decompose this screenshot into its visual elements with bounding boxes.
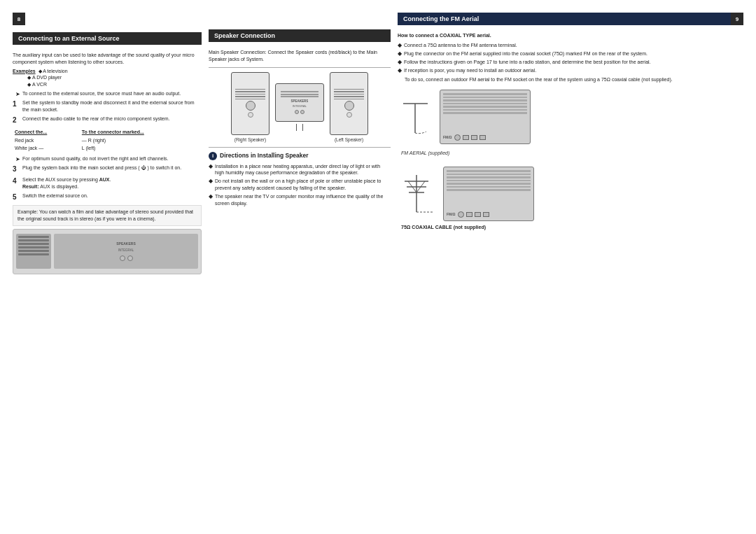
connector-row2-left: White jack —: [13, 144, 80, 153]
fm-step-2: ◆ Plug the connector on the FM aerial su…: [398, 50, 743, 57]
step5-row: 5 Switch the external source on.: [13, 192, 202, 202]
step5-text: Switch the external source on.: [22, 192, 202, 202]
section-header-external: Connecting to an External Source: [13, 32, 202, 45]
step4-text: Select the AUX source by pressing AUX. R…: [22, 176, 202, 190]
step4-row: 4 Select the AUX source by pressing AUX.…: [13, 176, 202, 190]
fm-antenna-svg: [400, 98, 431, 136]
fm-step-text-4: If reception is poor, you may need to in…: [404, 67, 536, 74]
device-inner: SPEAKERS INTE­GRAL: [13, 230, 201, 274]
section-body-speaker: Main Speaker Connection: Connect the Spe…: [209, 49, 391, 208]
direction-item-3: ◆ The speaker near the TV or computer mo…: [209, 193, 391, 207]
speaker-grille-right: [235, 89, 265, 100]
note1-text: To connect to the external source, the s…: [22, 90, 181, 98]
fm-step-text-1: Connect a 75Ω antenna to the FM antenna …: [404, 42, 517, 49]
step1-row: 1 Set the system to standby mode and dis…: [13, 99, 202, 113]
connector-header-row: Connect the... To the connector marked..…: [13, 128, 202, 136]
connector-table: Connect the... To the connector marked..…: [13, 128, 202, 153]
fm-step-1: ◆ Connect a 75Ω antenna to the FM antenn…: [398, 42, 743, 49]
page-num-left: 8: [13, 13, 25, 25]
right-speaker-box: [231, 72, 270, 135]
section-header-fm: Connecting the FM Aerial: [398, 13, 731, 25]
section-title-fm: Connecting the FM Aerial: [403, 15, 479, 22]
connector-col-right-header: To the connector marked...: [80, 128, 202, 136]
speaker-intro: Main Speaker Connection: Connect the Spe…: [209, 49, 391, 63]
connector-col-left-header: Connect the...: [13, 128, 80, 136]
fm-steps-list: ◆ Connect a 75Ω antenna to the FM antenn…: [398, 42, 743, 83]
left-speaker-label: (Left Speaker): [335, 136, 363, 143]
step2-text: Connect the audio cable to the rear of t…: [22, 115, 202, 125]
speaker-diagram: (Right Speaker) SPEAKERS INTEGRAL: [209, 72, 391, 143]
bullet-2: ◆: [209, 177, 213, 192]
fm-device-back-1: FM/Ω: [440, 90, 531, 144]
fm-device-back-2: FM/Ω: [443, 167, 534, 221]
col-mid: Speaker Connection Main Speaker Connecti…: [209, 13, 391, 527]
connector-row-1: Red jack — R (right): [13, 136, 202, 145]
section-title-speaker: Speaker Connection: [214, 32, 275, 39]
center-unit: SPEAKERS INTEGRAL: [275, 83, 324, 122]
coaxial-label: 75Ω COAXIAL CABLE (not supplied): [401, 224, 743, 231]
fm-step-text-2: Plug the connector on the FM aerial supp…: [404, 50, 648, 57]
fm-bullet-2: ◆: [398, 50, 402, 57]
outdoor-antenna-svg: [398, 171, 436, 217]
step5-num: 5: [13, 192, 20, 202]
direction-text-1: Installation in a place near heating app…: [215, 163, 391, 177]
step3-text: Plug the system back into the main socke…: [22, 164, 202, 174]
connector-row1-right: — R (right): [80, 136, 202, 145]
example-box: Example: You can watch a film and take a…: [13, 205, 202, 226]
example-box-text: Example: You can watch a film and take a…: [18, 209, 193, 221]
fm-step-text-5: To do so, connect an outdoor FM aerial t…: [398, 76, 673, 83]
connector-row1-left: Red jack: [13, 136, 80, 145]
col-left: 8 Connecting to an External Source The a…: [13, 13, 202, 527]
step4-num: 4: [13, 176, 20, 190]
connector-row2-right: L (left): [80, 144, 202, 153]
arrow-icon-1: ➤: [15, 90, 20, 98]
examples-label-text: Examples: [13, 69, 36, 73]
step1-num: 1: [13, 99, 20, 113]
divider-speaker: [209, 67, 391, 68]
speaker-grille-left: [334, 89, 363, 100]
fm-aerial-row: FM/Ω: [398, 90, 531, 144]
external-intro: The auxiliary input can be used to take …: [13, 52, 202, 66]
fm-aerial-label: FM AERIAL (supplied): [401, 150, 449, 157]
section-body-external: The auxiliary input can be used to take …: [13, 52, 202, 274]
step2-num: 2: [13, 115, 20, 125]
note2-row: ➤ For optimum sound quality, do not inve…: [13, 155, 202, 163]
right-speaker-label: (Right Speaker): [234, 136, 267, 143]
how-to-title: How to connect a COAXIAL TYPE aerial.: [398, 32, 743, 39]
speaker-woofer-left: [344, 101, 354, 111]
direction-item-1: ◆ Installation in a place near heating a…: [209, 163, 391, 177]
fm-diagram: FM/Ω FM AERIAL (supplied): [398, 90, 743, 157]
note1-row: ➤ To connect to the external source, the…: [13, 90, 202, 98]
connector-row-2: White jack — L (left): [13, 144, 202, 153]
fm-bullet-1: ◆: [398, 41, 402, 49]
center-grille: [281, 91, 318, 97]
col-right: Connecting the FM Aerial 9 How to connec…: [398, 13, 743, 527]
left-speaker-box: [330, 72, 368, 135]
divider-speaker-2: [209, 147, 391, 148]
fm-step-4: ◆ If reception is poor, you may need to …: [398, 67, 743, 74]
page-num-right: 9: [731, 13, 743, 25]
bullet-3: ◆: [209, 192, 213, 207]
examples-label: Examples ◆ A television ◆ A DVD player ◆…: [13, 68, 202, 88]
arrow-icon-2: ➤: [15, 155, 20, 163]
note2-text: For optimum sound quality, do not invert…: [22, 155, 168, 163]
direction-text-2: Do not install on the wall or on a high …: [215, 178, 391, 192]
directions-title: Directions in Installing Speaker: [220, 152, 309, 160]
step3-row: 3 Plug the system back into the main soc…: [13, 164, 202, 174]
section-title-external: Connecting to an External Source: [18, 35, 120, 42]
fm-bullet-3: ◆: [398, 58, 402, 66]
coaxial-diagram: FM/Ω 75Ω COAXIAL CABLE (not supplied): [398, 167, 743, 231]
speaker-woofer-right: [246, 101, 255, 111]
directions-list: ◆ Installation in a place near heating a…: [209, 163, 391, 207]
fm-bullet-4: ◆: [398, 66, 402, 74]
direction-item-2: ◆ Do not install on the wall or on a hig…: [209, 178, 391, 192]
step1-text: Set the system to standby mode and disco…: [22, 99, 202, 113]
directions-icon: i: [209, 152, 217, 160]
bullet-1: ◆: [209, 162, 213, 177]
page: 8 Connecting to an External Source The a…: [0, 0, 756, 534]
device-image: SPEAKERS INTE­GRAL: [13, 229, 202, 274]
direction-text-3: The speaker near the TV or computer moni…: [215, 193, 391, 207]
coaxial-row: FM/Ω: [398, 167, 743, 221]
fm-step-5: To do so, connect an outdoor FM aerial t…: [398, 76, 743, 83]
directions-header: i Directions in Installing Speaker: [209, 152, 391, 160]
